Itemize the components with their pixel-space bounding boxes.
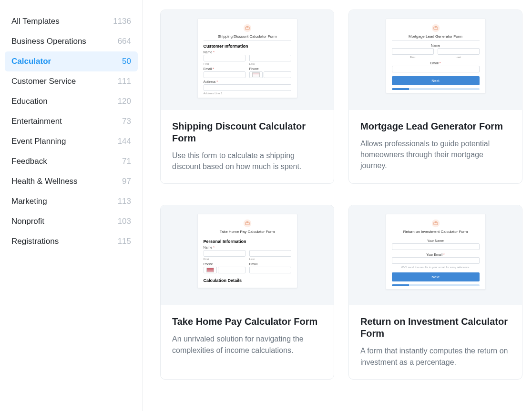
sidebar-item-registrations[interactable]: Registrations 115 [5, 231, 138, 251]
sidebar-item-count: 144 [118, 137, 131, 146]
svg-point-0 [243, 24, 251, 32]
sidebar-item-count: 120 [118, 97, 131, 106]
card-title: Shipping Discount Calculator Form [172, 120, 322, 144]
svg-point-9 [431, 220, 440, 228]
sidebar-item-event-planning[interactable]: Event Planning 144 [5, 131, 138, 151]
card-body: Mortgage Lead Generator Form Allows prof… [349, 110, 522, 183]
sidebar-item-count: 73 [122, 117, 131, 126]
sidebar-item-count: 103 [118, 217, 131, 226]
card-description: A form that instantly computes the retur… [360, 345, 511, 367]
flag-icon [252, 72, 260, 77]
sidebar-item-label: Entertainment [11, 117, 62, 126]
card-body: Return on Investment Calculator Form A f… [349, 305, 522, 379]
next-button: Next [392, 76, 480, 85]
card-description: Allows professionals to guide potential … [360, 138, 511, 171]
mini-title: Shipping Discount Calculator Form [204, 34, 291, 41]
card-title: Return on Investment Calculator Form [360, 316, 511, 340]
svg-point-6 [243, 220, 251, 228]
sidebar-item-education[interactable]: Education 120 [5, 91, 138, 111]
sidebar-item-count: 113 [118, 197, 131, 206]
sidebar-item-label: Education [11, 97, 48, 106]
sidebar-item-label: Registrations [11, 237, 59, 246]
sidebar-item-label: Health & Wellness [11, 177, 78, 186]
sidebar-item-feedback[interactable]: Feedback 71 [5, 151, 138, 171]
progress-bar [392, 88, 480, 90]
sidebar-item-label: Event Planning [11, 137, 66, 146]
sidebar: All Templates 1136 Business Operations 6… [0, 0, 143, 411]
mini-title: Mortgage Lead Generator Form [392, 34, 480, 41]
card-description: Use this form to calculate a shipping di… [172, 150, 322, 172]
template-preview: Return on Investment Calculator Form You… [349, 205, 522, 305]
card-body: Shipping Discount Calculator Form Use th… [161, 110, 334, 183]
card-title: Take Home Pay Calculator Form [172, 316, 322, 328]
sidebar-item-label: Nonprofit [11, 217, 44, 226]
template-card-mortgage-lead[interactable]: Mortgage Lead Generator Form Name First … [348, 10, 522, 184]
sidebar-item-count: 664 [118, 37, 131, 46]
sidebar-item-count: 1136 [113, 17, 131, 26]
card-description: An unrivaled solution for navigating the… [172, 333, 322, 355]
sidebar-item-entertainment[interactable]: Entertainment 73 [5, 111, 138, 131]
briefcase-icon [392, 219, 480, 228]
next-button: Next [392, 272, 480, 281]
template-preview: Take Home Pay Calculator Form Personal I… [161, 205, 334, 305]
mini-section: Customer Information [204, 44, 291, 49]
sidebar-item-nonprofit[interactable]: Nonprofit 103 [5, 211, 138, 231]
mini-form: Return on Investment Calculator Form You… [386, 214, 486, 290]
sidebar-item-marketing[interactable]: Marketing 113 [5, 191, 138, 211]
briefcase-icon [204, 219, 291, 228]
sidebar-item-health-wellness[interactable]: Health & Wellness 97 [5, 171, 138, 191]
sidebar-item-label: Marketing [11, 197, 47, 206]
mini-title: Take Home Pay Calculator Form [204, 230, 291, 236]
template-preview: Mortgage Lead Generator Form Name First … [349, 10, 522, 110]
sidebar-item-label: Calculator [11, 57, 51, 66]
sidebar-item-count: 115 [118, 237, 131, 246]
mini-form: Mortgage Lead Generator Form Name First … [386, 19, 486, 93]
card-title: Mortgage Lead Generator Form [360, 120, 511, 132]
sidebar-item-business-operations[interactable]: Business Operations 664 [5, 31, 138, 51]
mini-title: Return on Investment Calculator Form [392, 230, 480, 236]
sidebar-item-label: Customer Service [11, 77, 76, 86]
mini-form: Take Home Pay Calculator Form Personal I… [197, 214, 297, 288]
mini-section: Calculation Details [204, 278, 291, 283]
templates-grid: Shipping Discount Calculator Form Custom… [143, 0, 532, 411]
template-card-take-home-pay[interactable]: Take Home Pay Calculator Form Personal I… [160, 205, 334, 379]
briefcase-icon [392, 24, 480, 32]
template-card-shipping-discount[interactable]: Shipping Discount Calculator Form Custom… [160, 10, 334, 184]
mini-section: Personal Information [204, 239, 291, 244]
sidebar-item-all-templates[interactable]: All Templates 1136 [5, 11, 138, 31]
sidebar-item-count: 111 [118, 77, 131, 86]
flag-icon [206, 268, 214, 272]
sidebar-item-label: Business Operations [11, 37, 86, 46]
card-body: Take Home Pay Calculator Form An unrival… [161, 305, 334, 367]
mini-form: Shipping Discount Calculator Form Custom… [197, 19, 297, 98]
briefcase-icon [204, 24, 291, 32]
sidebar-item-calculator[interactable]: Calculator 50 [5, 51, 138, 71]
progress-bar [392, 284, 480, 286]
sidebar-item-count: 50 [122, 57, 131, 66]
sidebar-item-label: Feedback [11, 157, 47, 166]
sidebar-item-count: 97 [122, 177, 131, 186]
svg-point-3 [431, 24, 440, 32]
template-preview: Shipping Discount Calculator Form Custom… [161, 10, 334, 110]
sidebar-item-label: All Templates [11, 17, 60, 26]
sidebar-item-count: 71 [122, 157, 131, 166]
sidebar-item-customer-service[interactable]: Customer Service 111 [5, 71, 138, 91]
template-card-roi-calculator[interactable]: Return on Investment Calculator Form You… [348, 205, 522, 379]
